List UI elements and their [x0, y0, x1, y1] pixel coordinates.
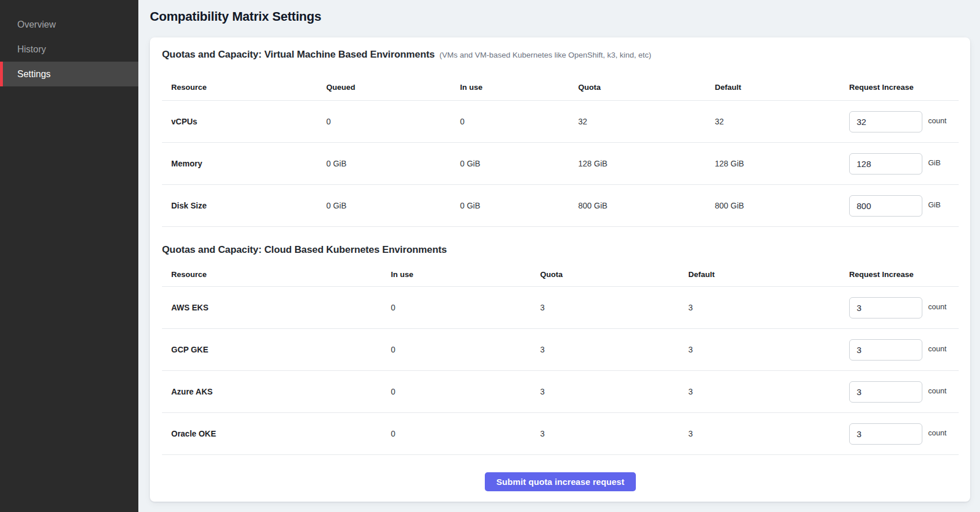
sidebar-item-overview[interactable]: Overview: [0, 12, 138, 37]
resource-name: AWS EKS: [162, 303, 391, 312]
column-header-quota: Quota: [578, 83, 715, 92]
quota-value: 3: [540, 429, 688, 438]
unit-label: count: [928, 428, 947, 437]
default-value: 128 GiB: [715, 159, 849, 168]
sidebar-item-label: History: [17, 44, 46, 55]
sidebar: Overview History Settings: [0, 0, 138, 512]
quota-value: 3: [540, 345, 688, 354]
default-value: 32: [715, 117, 849, 126]
unit-label: count: [928, 386, 947, 395]
submit-quota-increase-button[interactable]: Submit quota increase request: [485, 472, 636, 491]
table-row-oracle-oke: Oracle OKE 0 3 3 count: [162, 413, 959, 455]
resource-name: Memory: [162, 159, 326, 168]
default-value: 3: [688, 429, 849, 438]
vm-section-title: Quotas and Capacity: Virtual Machine Bas…: [162, 49, 435, 60]
page-title: Compatibility Matrix Settings: [150, 8, 970, 25]
unit-label: GiB: [928, 200, 941, 209]
in-use-value: 0 GiB: [460, 201, 578, 210]
column-header-queued: Queued: [326, 83, 460, 92]
default-value: 3: [688, 345, 849, 354]
column-header-default: Default: [715, 83, 849, 92]
vm-section-heading: Quotas and Capacity: Virtual Machine Bas…: [162, 49, 959, 60]
quota-value: 800 GiB: [578, 201, 715, 210]
default-value: 800 GiB: [715, 201, 849, 210]
gcp-gke-request-input[interactable]: [849, 339, 922, 361]
queued-value: 0: [326, 117, 460, 126]
in-use-value: 0: [391, 345, 540, 354]
memory-request-input[interactable]: [849, 153, 922, 175]
column-header-request-increase: Request Increase: [849, 83, 959, 92]
queued-value: 0 GiB: [326, 201, 460, 210]
vm-section-subtitle: (VMs and VM-based Kubernetes like OpenSh…: [439, 51, 651, 59]
in-use-value: 0: [391, 429, 540, 438]
sidebar-item-label: Settings: [17, 69, 51, 79]
quota-value: 128 GiB: [578, 159, 715, 168]
resource-name: Disk Size: [162, 201, 326, 210]
vm-quota-table: Resource Queued In use Quota Default Req…: [162, 60, 959, 227]
oracle-oke-request-input[interactable]: [849, 423, 922, 445]
k8s-table-header: Resource In use Quota Default Request In…: [162, 256, 959, 287]
vcpus-request-input[interactable]: [849, 111, 922, 132]
column-header-quota: Quota: [540, 270, 688, 279]
column-header-in-use: In use: [391, 270, 540, 279]
unit-label: count: [928, 344, 947, 353]
aws-eks-request-input[interactable]: [849, 297, 922, 318]
in-use-value: 0: [460, 117, 578, 126]
default-value: 3: [688, 387, 849, 396]
resource-name: GCP GKE: [162, 345, 391, 354]
k8s-section-heading: Quotas and Capacity: Cloud Based Kuberne…: [162, 244, 959, 256]
quota-value: 32: [578, 117, 715, 126]
k8s-quota-table: Resource In use Quota Default Request In…: [162, 256, 959, 455]
column-header-resource: Resource: [162, 270, 391, 279]
column-header-in-use: In use: [460, 83, 578, 92]
column-header-request-increase: Request Increase: [849, 270, 959, 279]
column-header-default: Default: [688, 270, 849, 279]
queued-value: 0 GiB: [326, 159, 460, 168]
submit-button-row: Submit quota increase request: [162, 472, 959, 491]
sidebar-item-history[interactable]: History: [0, 37, 138, 62]
quota-value: 3: [540, 303, 688, 312]
in-use-value: 0: [391, 303, 540, 312]
unit-label: GiB: [928, 158, 941, 167]
in-use-value: 0 GiB: [460, 159, 578, 168]
table-row-memory: Memory 0 GiB 0 GiB 128 GiB 128 GiB GiB: [162, 143, 959, 185]
default-value: 3: [688, 303, 849, 312]
unit-label: count: [928, 116, 947, 125]
table-row-gcp-gke: GCP GKE 0 3 3 count: [162, 329, 959, 371]
quota-settings-card: Quotas and Capacity: Virtual Machine Bas…: [150, 37, 970, 502]
resource-name: Azure AKS: [162, 387, 391, 396]
table-row-aws-eks: AWS EKS 0 3 3 count: [162, 287, 959, 329]
table-row-disk-size: Disk Size 0 GiB 0 GiB 800 GiB 800 GiB Gi…: [162, 185, 959, 227]
resource-name: Oracle OKE: [162, 429, 391, 438]
vm-table-header: Resource Queued In use Quota Default Req…: [162, 60, 959, 101]
disk-size-request-input[interactable]: [849, 195, 922, 217]
sidebar-item-label: Overview: [17, 20, 56, 30]
quota-value: 3: [540, 387, 688, 396]
azure-aks-request-input[interactable]: [849, 381, 922, 403]
resource-name: vCPUs: [162, 117, 326, 126]
table-row-vcpus: vCPUs 0 0 32 32 count: [162, 101, 959, 143]
sidebar-item-settings[interactable]: Settings: [0, 62, 138, 86]
unit-label: count: [928, 302, 947, 311]
k8s-section-title: Quotas and Capacity: Cloud Based Kuberne…: [162, 244, 447, 256]
in-use-value: 0: [391, 387, 540, 396]
column-header-resource: Resource: [162, 83, 326, 92]
table-row-azure-aks: Azure AKS 0 3 3 count: [162, 371, 959, 413]
main-content: Compatibility Matrix Settings Quotas and…: [138, 0, 980, 512]
